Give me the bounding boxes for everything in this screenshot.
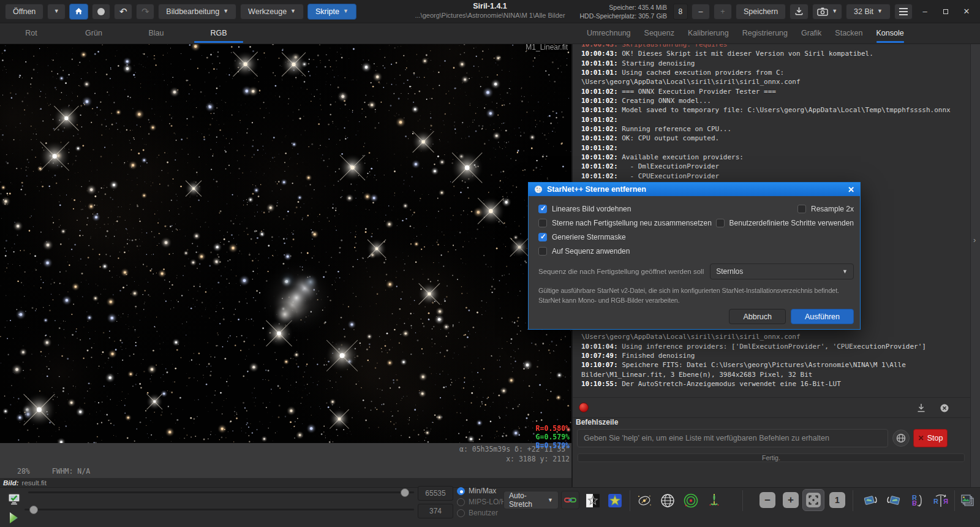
checkbox-apply-sequence[interactable]: Auf Sequenz anwenden: [538, 247, 630, 256]
export-log-button[interactable]: [916, 403, 926, 415]
tools-menu[interactable]: Werkzeuge▼: [240, 4, 304, 20]
burst-frames-button[interactable]: [958, 491, 978, 510]
zoom-100-button[interactable]: 1: [828, 491, 846, 509]
low-cutoff-value[interactable]: 374: [418, 504, 453, 518]
tab-sequenz[interactable]: Sequenz: [638, 23, 681, 44]
zoom-in-button[interactable]: +: [782, 491, 800, 509]
console-timestamp: 10:10:55:: [581, 380, 618, 388]
thread-decrease-button[interactable]: –: [692, 4, 710, 20]
open-dropdown-button[interactable]: ▼: [47, 4, 66, 20]
zoom-fit-button[interactable]: [802, 489, 824, 511]
sequence-select[interactable]: Sternlos ▼: [710, 264, 854, 279]
panel-splitter[interactable]: ›: [970, 44, 980, 487]
image-processing-menu[interactable]: Bildbearbeitung▼: [158, 4, 236, 20]
stretch-mode-value: Auto-Stretch: [509, 491, 544, 509]
star-mask-icon: [586, 493, 600, 508]
annotations-button[interactable]: [635, 491, 654, 510]
console-line: 10:10:07: Speichere FITS: Datei C:\Users…: [581, 360, 967, 370]
radio-mips-lo-hi[interactable]: MIPS-LO/HI: [457, 496, 508, 507]
galaxy-icon: [636, 493, 652, 508]
redo-button[interactable]: ↷: [136, 4, 154, 20]
console-timestamp: 10:01:02:: [581, 144, 618, 152]
clear-log-button[interactable]: [940, 403, 949, 415]
run-button[interactable]: Ausführen: [791, 309, 854, 324]
tab-rgb[interactable]: RGB: [187, 23, 250, 44]
minimize-button[interactable]: –: [916, 4, 933, 19]
chevron-down-icon: ▼: [842, 269, 848, 275]
restore-button[interactable]: [937, 4, 954, 19]
radio-min-max[interactable]: Min/Max: [457, 485, 508, 496]
zoom-out-button[interactable]: –: [758, 491, 777, 509]
minus-icon: –: [760, 492, 775, 508]
home-button[interactable]: [69, 4, 88, 20]
online-help-button[interactable]: [892, 430, 910, 447]
tab-kalibrierung[interactable]: Kalibrierung: [681, 23, 736, 44]
scripts-menu[interactable]: Skripte▼: [307, 4, 356, 20]
slider-handle[interactable]: [29, 506, 38, 514]
processing-indicator-icon: [579, 403, 589, 412]
chevron-down-icon: ▼: [54, 9, 59, 14]
save-as-button[interactable]: [790, 4, 809, 20]
command-input[interactable]: [577, 429, 888, 447]
starfield-image[interactable]: [0, 44, 571, 443]
rotate-right-button[interactable]: [884, 491, 904, 510]
close-button[interactable]: ✕: [958, 4, 975, 19]
high-cutoff-value[interactable]: 65535: [418, 486, 453, 501]
celestial-grid-button[interactable]: [658, 491, 677, 510]
undo-button[interactable]: ↶: [114, 4, 132, 20]
dialog-titlebar[interactable]: StarNet++ Sterne entfernen ✕: [529, 183, 860, 196]
console-line: 10:01:02: - DmlExecutionProvider: [581, 162, 967, 171]
photometry-button[interactable]: [681, 491, 701, 510]
thread-increase-button[interactable]: +: [714, 4, 732, 20]
checkbox-star-mask[interactable]: Generiere Sternmaske: [538, 233, 626, 241]
tab-konsole[interactable]: Konsole: [870, 23, 911, 44]
monitor-check-icon: [7, 492, 21, 506]
command-row: ✕ Stop: [573, 429, 971, 449]
one-to-one-icon: 1: [829, 492, 845, 508]
profile-tool-button[interactable]: [704, 491, 724, 510]
flip-horizontal-button[interactable]: RR: [931, 491, 951, 510]
checkbox-pre-stretch[interactable]: Lineares Bild vordehnen: [538, 205, 631, 213]
record-button[interactable]: [92, 4, 110, 20]
tab-grün[interactable]: Grün: [62, 23, 125, 44]
r-value: R=0.580%: [536, 424, 570, 433]
open-button[interactable]: Öffnen: [5, 4, 43, 20]
display-mode-button[interactable]: [5, 490, 23, 507]
tab-rot[interactable]: Rot: [0, 23, 62, 44]
checkbox-custom-steps[interactable]: Benutzerdefinierte Schritte verwenden: [716, 219, 854, 227]
tab-umrechnung[interactable]: Umrechnung: [580, 23, 638, 44]
high-cutoff-slider[interactable]: [28, 488, 414, 498]
stretch-mode-select[interactable]: Auto-Stretch ▼: [503, 491, 559, 509]
radio-dot: [457, 498, 465, 506]
image-view: M1_Linear.fit R=0.580% G=0.579% B=0.579%: [0, 44, 571, 443]
snapshot-button[interactable]: ▼: [812, 4, 842, 20]
tab-stacken[interactable]: Stacken: [828, 23, 869, 44]
star-mask-toggle-button[interactable]: [583, 491, 603, 510]
tab-registrierung[interactable]: Registrierung: [736, 23, 794, 44]
stop-button[interactable]: ✕ Stop: [913, 429, 948, 447]
tab-grafik[interactable]: Grafik: [794, 23, 828, 44]
low-cutoff-slider[interactable]: [24, 505, 414, 515]
star-detection-button[interactable]: [605, 491, 625, 510]
console-line: 10:01:02: Creating ONNX model...: [581, 96, 967, 105]
bit-depth-select[interactable]: 32 Bit▼: [846, 4, 891, 20]
tab-blau[interactable]: Blau: [125, 23, 187, 44]
dialog-title: StarNet++ Sterne entfernen: [547, 185, 646, 194]
cancel-button[interactable]: Abbruch: [729, 309, 786, 324]
checkbox-recompose[interactable]: Sterne nach Fertigstellung neu zusammens…: [538, 219, 712, 227]
dialog-info-text: Gültige ausführbare StarNet v2-Datei, di…: [538, 286, 854, 305]
stop-label: Stop: [927, 434, 943, 442]
checkbox-resample[interactable]: Resample 2x: [797, 205, 854, 213]
siril-window: Öffnen ▼ ↶ ↷ Bildbearbeitung▼ Werkzeuge▼…: [0, 0, 980, 527]
channel-link-button[interactable]: [561, 491, 579, 509]
chevron-right-icon: ›: [973, 235, 976, 245]
main-menu-button[interactable]: [894, 4, 913, 20]
radio-benutzer[interactable]: Benutzer: [457, 507, 508, 518]
color-profile-button[interactable]: [5, 509, 23, 526]
chevron-down-icon: ▼: [548, 498, 553, 503]
rotate-left-button[interactable]: [860, 491, 880, 510]
flip-vertical-button[interactable]: RB: [908, 491, 927, 510]
slider-handle[interactable]: [401, 488, 409, 497]
save-button[interactable]: Speichern: [736, 4, 786, 20]
dialog-close-button[interactable]: ✕: [848, 185, 854, 194]
